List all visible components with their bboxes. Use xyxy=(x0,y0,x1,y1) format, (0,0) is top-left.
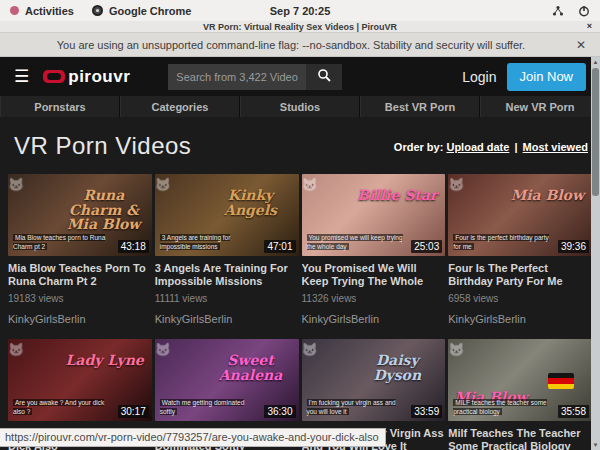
clock[interactable]: Sep 7 20:25 xyxy=(270,0,331,21)
activities-indicator-icon xyxy=(10,6,19,15)
duration-badge: 47:01 xyxy=(264,240,295,253)
menu-item-best-vr-porn[interactable]: Best VR Porn xyxy=(360,96,480,117)
duration-badge: 25:03 xyxy=(411,240,442,253)
video-studio-link[interactable]: KinkyGirlsBerlin xyxy=(302,313,446,325)
screen: Activities Google Chrome Sep 7 20:25 VR … xyxy=(0,0,600,450)
order-by-most-viewed-link[interactable]: Most viewed xyxy=(523,141,588,153)
video-title[interactable]: Mia Blow Teaches Porn To Runa Charm Pt 2 xyxy=(8,262,152,288)
duration-badge: 33:59 xyxy=(411,405,442,418)
video-views: 11326 views xyxy=(302,293,446,304)
video-thumbnail[interactable]: 🐱 Billie Star You promised we will keep … xyxy=(302,174,446,256)
infobar-close-icon[interactable]: ✕ xyxy=(572,38,590,52)
scroll-up-icon[interactable]: ▲ xyxy=(591,57,600,67)
vertical-scrollbar[interactable]: ▲ ▼ xyxy=(591,57,600,450)
studio-cat-logo-icon: 🐱 xyxy=(302,177,318,192)
video-thumbnail[interactable]: 🐱 Mia Blow MILF teaches the teacher some… xyxy=(448,339,592,421)
chrome-icon xyxy=(92,5,103,16)
video-title[interactable]: 3 Angels Are Training For Impossible Mis… xyxy=(155,262,299,288)
menu-item-categories[interactable]: Categories xyxy=(120,96,240,117)
thumbnail-caption: Watch me getting dominated softly xyxy=(160,398,259,418)
studio-cat-logo-icon: 🐱 xyxy=(448,177,464,192)
thumbnail-caption: Four is the perfect birthday party for m… xyxy=(453,233,552,253)
power-icon[interactable] xyxy=(578,5,590,17)
video-studio-link[interactable]: KinkyGirlsBerlin xyxy=(8,313,152,325)
video-views: 6958 views xyxy=(448,293,592,304)
duration-badge: 30:17 xyxy=(118,405,149,418)
video-card: 🐱 Kinky Angels 3 Angels are training for… xyxy=(155,174,299,325)
studio-cat-logo-icon: 🐱 xyxy=(8,342,24,357)
video-card: 🐱 Runa Charm & Mia Blow Mia Blow teaches… xyxy=(8,174,152,325)
video-views: 11111 views xyxy=(155,293,299,304)
video-card: 🐱 Billie Star You promised we will keep … xyxy=(302,174,446,325)
network-tray-icon[interactable] xyxy=(552,5,564,17)
menu-item-studios[interactable]: Studios xyxy=(240,96,360,117)
browser-viewport: ☰ pirouvr Login Join Now Pornstars Categ… xyxy=(0,57,600,450)
chrome-infobar: You are using an unsupported command-lin… xyxy=(0,33,600,57)
thumbnail-performer-text: Mia Blow xyxy=(511,188,584,203)
main-menu: Pornstars Categories Studios Best VR Por… xyxy=(0,96,600,117)
thumbnail-performer-text: Kinky Angels xyxy=(211,188,291,217)
vr-goggles-icon xyxy=(43,70,65,83)
thumbnail-caption: Mia Blow teaches porn to Runa Charm pt 2 xyxy=(13,233,112,253)
order-by-controls: Order by: Upload date | Most viewed xyxy=(394,141,588,153)
focused-app-label: Google Chrome xyxy=(109,5,192,17)
site-logo-text: pirouvr xyxy=(68,67,130,87)
menu-item-new-vr-porn[interactable]: New VR Porn xyxy=(480,96,600,117)
window-close-icon[interactable]: × xyxy=(587,21,592,31)
join-now-button[interactable]: Join Now xyxy=(507,63,586,91)
activities-button[interactable]: Activities xyxy=(10,5,74,17)
video-thumbnail[interactable]: 🐱 Mia Blow Four is the perfect birthday … xyxy=(448,174,592,256)
search-bar xyxy=(168,64,342,90)
order-by-label: Order by: xyxy=(394,141,444,153)
video-card: 🐱 Mia Blow Four is the perfect birthday … xyxy=(448,174,592,325)
activities-label: Activities xyxy=(25,5,74,17)
video-card: 🐱 Mia Blow MILF teaches the teacher some… xyxy=(448,339,592,450)
thumbnail-performer-text: Sweet Analena xyxy=(211,353,291,382)
studio-cat-logo-icon: 🐱 xyxy=(155,177,171,192)
infobar-message: You are using an unsupported command-lin… xyxy=(10,39,572,51)
scrollbar-thumb[interactable] xyxy=(592,68,599,196)
video-thumbnail[interactable]: 🐱 Runa Charm & Mia Blow Mia Blow teaches… xyxy=(8,174,152,256)
menu-item-pornstars[interactable]: Pornstars xyxy=(0,96,120,117)
search-button[interactable] xyxy=(306,64,342,90)
thumbnail-caption: You promised we will keep trying the who… xyxy=(307,233,406,253)
studio-cat-logo-icon: 🐱 xyxy=(8,177,24,192)
video-title[interactable]: Four Is The Perfect Birthday Party For M… xyxy=(448,262,592,288)
video-studio-link[interactable]: KinkyGirlsBerlin xyxy=(448,313,592,325)
status-url-tooltip: https://pirouvr.com/vr-porn-video/779325… xyxy=(0,428,386,447)
login-link[interactable]: Login xyxy=(462,69,496,85)
video-title[interactable]: You Promised We Will Keep Trying The Who… xyxy=(302,262,446,288)
video-thumbnail[interactable]: 🐱 Daisy Dyson I'm fucking your virgin as… xyxy=(302,339,446,421)
thumbnail-caption: 3 Angels are training for impossible mis… xyxy=(160,233,259,253)
video-thumbnail[interactable]: 🐱 Lady Lyne Are you awake ? And your dic… xyxy=(8,339,152,421)
thumbnail-performer-text: Runa Charm & Mia Blow xyxy=(64,188,144,232)
thumbnail-caption: Are you awake ? And your dick also ? xyxy=(13,398,112,418)
hamburger-menu-icon[interactable]: ☰ xyxy=(14,68,29,85)
thumbnail-performer-text: Billie Star xyxy=(357,188,437,203)
thumbnail-performer-text: Daisy Dyson xyxy=(357,353,437,382)
video-thumbnail[interactable]: 🐱 Sweet Analena Watch me getting dominat… xyxy=(155,339,299,421)
duration-badge: 43:18 xyxy=(118,240,149,253)
order-separator: | xyxy=(514,141,517,153)
focused-app-menu[interactable]: Google Chrome xyxy=(92,5,192,17)
search-icon xyxy=(317,68,331,85)
site-navbar: ☰ pirouvr Login Join Now xyxy=(0,57,600,96)
studio-cat-logo-icon: 🐱 xyxy=(448,342,464,357)
video-title[interactable]: Milf Teaches The Teacher Some Practical … xyxy=(448,427,592,450)
search-input[interactable] xyxy=(168,64,306,90)
video-grid: 🐱 Runa Charm & Mia Blow Mia Blow teaches… xyxy=(0,174,600,450)
page-header: VR Porn Videos Order by: Upload date | M… xyxy=(0,117,600,174)
video-studio-link[interactable]: KinkyGirlsBerlin xyxy=(155,313,299,325)
order-by-upload-date-link[interactable]: Upload date xyxy=(446,141,509,153)
scroll-down-icon[interactable]: ▼ xyxy=(591,440,600,450)
studio-cat-logo-icon: 🐱 xyxy=(302,342,318,357)
site-logo[interactable]: pirouvr xyxy=(43,67,130,87)
duration-badge: 35:58 xyxy=(558,405,589,418)
video-views: 19183 views xyxy=(8,293,152,304)
video-thumbnail[interactable]: 🐱 Kinky Angels 3 Angels are training for… xyxy=(155,174,299,256)
duration-badge: 39:36 xyxy=(558,240,589,253)
system-bar: Activities Google Chrome Sep 7 20:25 xyxy=(0,0,600,21)
window-title-bar: VR Porn: Virtual Reality Sex Videos | Pi… xyxy=(0,21,600,33)
studio-cat-logo-icon: 🐱 xyxy=(155,342,171,357)
window-title: VR Porn: Virtual Reality Sex Videos | Pi… xyxy=(203,22,397,32)
